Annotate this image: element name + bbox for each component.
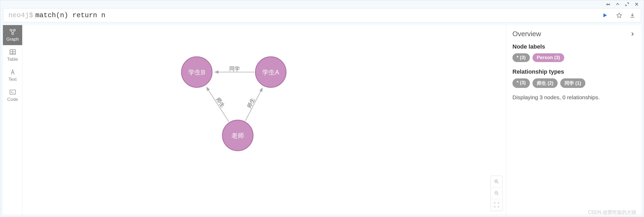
- node-label: 学生A: [262, 69, 279, 76]
- graph-canvas[interactable]: 同学师生师生 学生B学生A老师: [22, 25, 506, 214]
- favorite-button[interactable]: [614, 10, 624, 21]
- displaying-text: Displaying 3 nodes, 0 relationships.: [512, 94, 635, 101]
- zoom-fit-button[interactable]: [491, 199, 502, 211]
- query-prompt: neo4j$: [8, 11, 33, 19]
- rel-types-title: Relationship types: [512, 68, 635, 75]
- pin-icon[interactable]: [606, 2, 610, 7]
- label-pill-all[interactable]: * (3): [512, 53, 530, 62]
- download-button[interactable]: [627, 10, 638, 21]
- svg-point-1: [13, 29, 15, 31]
- label-pill-person[interactable]: Person (3): [533, 53, 564, 62]
- tab-label: Table: [7, 57, 18, 62]
- query-text: match(n) return n: [35, 11, 105, 19]
- watermark: CSDN @爱吃饭的大猫: [588, 209, 636, 215]
- query-actions: [599, 9, 641, 22]
- svg-rect-4: [10, 90, 15, 94]
- tab-table[interactable]: Table: [3, 45, 22, 65]
- tab-text[interactable]: Text: [3, 65, 22, 85]
- rel-pill-2[interactable]: 同学 (1): [560, 78, 585, 88]
- node-label: 学生B: [188, 69, 205, 76]
- tab-label: Graph: [6, 37, 19, 42]
- result-view-tabs: Graph Table Text Code: [3, 25, 22, 214]
- edge-label: 师生: [246, 97, 256, 109]
- tab-label: Code: [7, 97, 18, 102]
- svg-point-0: [10, 29, 12, 31]
- zoom-controls: [491, 176, 503, 211]
- zoom-out-button[interactable]: [491, 187, 502, 199]
- query-input[interactable]: neo4j$ match(n) return n: [3, 11, 599, 19]
- window-controls: [0, 0, 644, 8]
- tab-graph[interactable]: Graph: [3, 25, 22, 45]
- chevron-right-icon: [630, 32, 635, 36]
- node-label: 老师: [231, 132, 244, 139]
- run-button[interactable]: [599, 9, 611, 22]
- zoom-in-button[interactable]: [491, 176, 502, 187]
- svg-point-2: [12, 33, 13, 35]
- edge-label: 师生: [215, 97, 226, 109]
- query-bar: neo4j$ match(n) return n: [3, 8, 641, 22]
- rel-pill-1[interactable]: 师生 (2): [533, 78, 558, 88]
- node-labels-title: Node labels: [512, 43, 635, 50]
- main-area: Graph Table Text Code: [3, 25, 641, 214]
- tab-label: Text: [8, 77, 17, 82]
- overview-panel: Overview Node labels * (3) Person (3) Re…: [506, 25, 641, 214]
- rel-pill-all[interactable]: * (3): [512, 78, 530, 88]
- graph-svg: 同学师生师生 学生B学生A老师: [22, 25, 506, 214]
- collapse-icon[interactable]: [615, 2, 620, 7]
- app-window: neo4j$ match(n) return n Graph Table: [0, 0, 644, 217]
- panel-title: Overview: [512, 30, 541, 38]
- edge-label: 同学: [229, 66, 240, 72]
- close-icon[interactable]: [634, 2, 639, 7]
- rel-types-row: * (3) 师生 (2) 同学 (1): [512, 78, 635, 88]
- tab-code[interactable]: Code: [3, 85, 22, 105]
- node-labels-row: * (3) Person (3): [512, 53, 635, 62]
- expand-icon[interactable]: [625, 2, 629, 7]
- panel-header[interactable]: Overview: [512, 30, 635, 38]
